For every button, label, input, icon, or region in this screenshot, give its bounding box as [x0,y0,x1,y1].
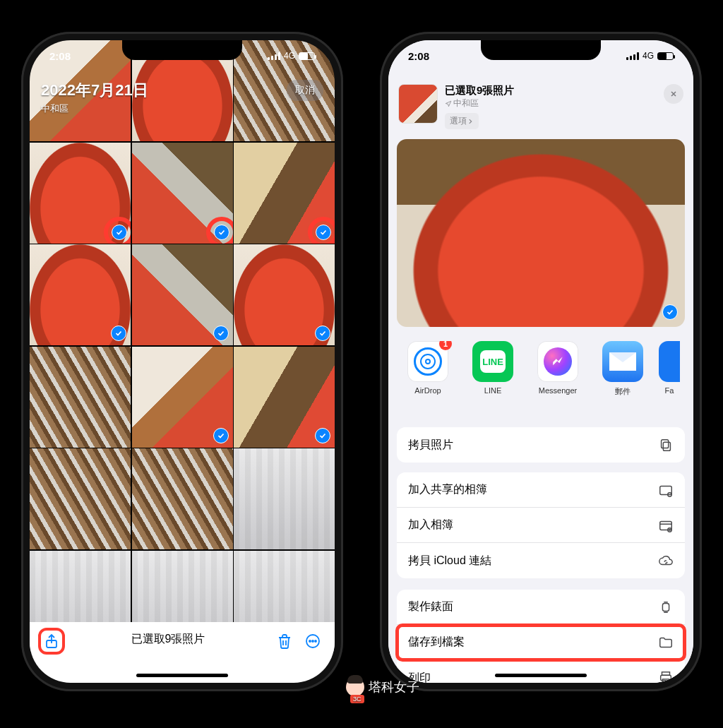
share-app-facebook[interactable]: Fa [655,341,683,419]
action-label: 拷貝 iCloud 連結 [408,554,491,568]
share-button[interactable] [42,632,61,650]
check-icon [213,428,229,443]
action-group: 製作錶面 儲存到檔案 列印 [397,590,685,683]
screen-share-sheet: 2:08 4G 已選取9張照片 中和區 選項 [388,40,693,683]
svg-rect-11 [662,603,669,611]
photo-thumb[interactable] [30,448,131,549]
battery-icon [299,52,315,60]
svg-rect-7 [660,486,672,494]
status-time: 2:08 [49,50,71,62]
photo-thumb[interactable] [132,143,233,244]
app-label: Fa [665,386,674,395]
photo-thumb[interactable] [30,347,131,448]
badge: 1 [439,341,452,350]
check-icon [213,326,229,341]
action-copy-icloud-link[interactable]: 拷貝 iCloud 連結 [397,543,685,578]
svg-point-4 [315,640,316,642]
status-time: 2:08 [408,50,429,62]
action-add-album[interactable]: 加入相簿 [397,508,685,543]
action-print[interactable]: 列印 [397,660,685,683]
share-app-messenger[interactable]: Messenger [525,341,590,419]
photo-thumb[interactable] [234,347,335,448]
action-label: 加入共享的相簿 [408,482,487,497]
options-button[interactable]: 選項 [445,113,479,129]
action-label: 儲存到檔案 [408,635,465,650]
action-group: 拷貝照片 [397,427,685,463]
check-icon [111,326,126,341]
cloud-link-icon [658,553,674,568]
watermark-text: 塔科女子 [369,679,419,696]
close-button[interactable] [664,84,683,104]
photo-thumb[interactable] [234,244,335,345]
check-icon [315,428,330,443]
check-icon [315,326,330,341]
home-indicator[interactable] [495,674,587,677]
svg-point-3 [312,640,313,642]
photo-thumb[interactable] [234,448,335,549]
svg-rect-9 [660,521,672,530]
phone-right: 2:08 4G 已選取9張照片 中和區 選項 [380,32,702,691]
more-button[interactable] [304,632,322,650]
photo-thumb[interactable] [132,347,233,448]
signal-icon [626,52,639,60]
watch-icon [658,599,674,615]
signal-icon [268,52,280,60]
svg-rect-14 [662,679,669,683]
printer-icon [658,670,674,683]
grid-header: 2022年7月21日 中和區 取消 [41,80,323,115]
watermark-avatar: 3C [346,678,364,696]
app-label: 郵件 [615,386,631,397]
preview-image[interactable] [397,139,685,327]
share-app-line[interactable]: LINE LINE [460,341,525,419]
share-app-mail[interactable]: 郵件 [590,341,655,419]
action-label: 加入相簿 [408,518,453,532]
network-label: 4G [284,51,295,61]
location-subtitle: 中和區 [41,102,148,115]
header-thumbnail [398,84,438,124]
shared-album-icon [658,482,674,498]
cancel-button[interactable]: 取消 [287,80,323,101]
options-label: 選項 [450,115,467,127]
sheet-subtitle: 中和區 [453,97,479,109]
share-apps-row[interactable]: 1 AirDrop LINE LINE Messenger 郵件 Fa [388,341,693,419]
phone-left: 2022年7月21日 中和區 取消 2:08 4G 已選取9張照片 [21,32,343,691]
svg-point-2 [309,640,311,642]
app-label: LINE [484,386,501,395]
app-label: AirDrop [414,386,441,395]
photo-thumb[interactable] [234,143,335,244]
svg-rect-5 [663,442,670,450]
location-arrow-icon [445,100,452,107]
chevron-right-icon [467,118,474,125]
selection-status: 已選取9張照片 [71,632,265,647]
date-title: 2022年7月21日 [41,80,148,101]
sheet-title: 已選取9張照片 [445,84,657,97]
action-make-watchface[interactable]: 製作錶面 [397,590,685,625]
trash-button[interactable] [275,632,294,650]
watermark: 3C 塔科女子 [346,678,419,696]
screen-photos: 2022年7月21日 中和區 取消 2:08 4G 已選取9張照片 [30,40,335,683]
svg-rect-6 [662,440,669,448]
action-group: 加入共享的相簿 加入相簿 拷貝 iCloud 連結 [397,472,685,578]
photo-thumb[interactable] [132,244,233,345]
photo-thumb[interactable] [132,448,233,549]
battery-icon [657,52,674,60]
network-label: 4G [643,51,654,61]
folder-icon [658,635,674,650]
action-save-to-files[interactable]: 儲存到檔案 [397,625,685,660]
album-add-icon [658,518,674,533]
photo-thumb[interactable] [30,244,131,345]
copy-icon [658,437,674,453]
app-label: Messenger [539,386,577,395]
home-indicator[interactable] [136,674,228,677]
share-app-airdrop[interactable]: 1 AirDrop [395,341,460,419]
check-icon [662,304,678,320]
photo-thumb[interactable] [30,143,131,244]
share-sheet-header: 已選取9張照片 中和區 選項 [388,78,693,136]
action-label: 拷貝照片 [408,438,453,453]
action-add-shared-album[interactable]: 加入共享的相簿 [397,472,685,508]
action-copy-photos[interactable]: 拷貝照片 [397,427,685,463]
photo-grid [30,40,335,652]
action-label: 製作錶面 [408,599,453,614]
